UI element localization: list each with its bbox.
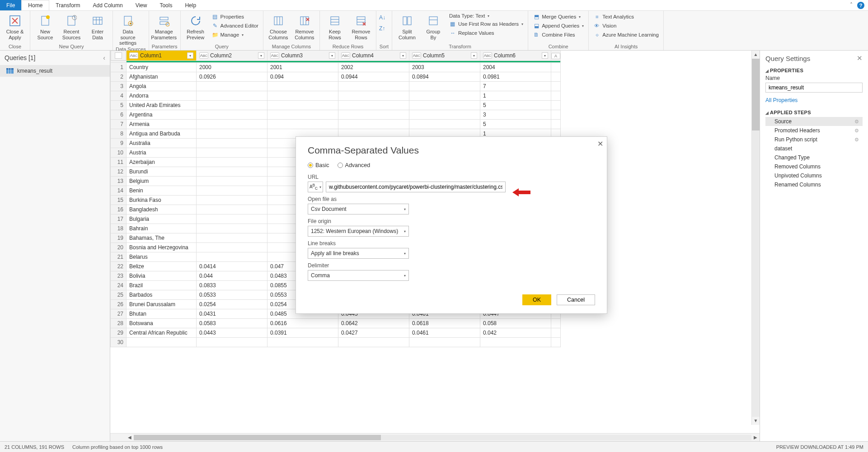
- svg-rect-5: [68, 16, 75, 25]
- recent-sources-button[interactable]: Recent Sources: [59, 12, 84, 40]
- append-queries-button[interactable]: ⬓Append Queries▾: [531, 22, 586, 30]
- column-header[interactable]: ABCColumn1▾: [127, 51, 197, 61]
- type-badge-icon[interactable]: ABC: [483, 52, 492, 59]
- menu-view[interactable]: View: [129, 0, 154, 10]
- scroll-right-button[interactable]: ▶: [751, 435, 760, 440]
- ok-button[interactable]: OK: [522, 294, 551, 305]
- scroll-left-button[interactable]: ◀: [126, 435, 134, 440]
- table-row[interactable]: 29Central African Republic0.04430.03910.…: [111, 328, 561, 338]
- column-filter-dropdown[interactable]: ▾: [187, 52, 193, 59]
- keep-rows-button[interactable]: Keep Rows: [323, 12, 347, 40]
- type-badge-icon[interactable]: ABC: [412, 52, 421, 59]
- column-header[interactable]: ABCColumn4▾: [338, 51, 409, 61]
- menu-file[interactable]: File: [0, 0, 21, 10]
- dialog-close-button[interactable]: ✕: [597, 140, 603, 148]
- url-input[interactable]: [326, 182, 506, 192]
- table-row[interactable]: 28Botswana0.05830.06160.06420.06180.058: [111, 319, 561, 328]
- sort-asc-icon[interactable]: A↓: [379, 14, 389, 24]
- delimiter-select[interactable]: Comma▾: [308, 270, 409, 281]
- remove-rows-button[interactable]: Remove Rows: [349, 12, 373, 40]
- data-type-button[interactable]: Data Type: Text▾: [447, 13, 525, 19]
- step-settings-icon[interactable]: ⚙: [854, 128, 859, 134]
- column-header[interactable]: ABCColumn6▾: [480, 51, 551, 61]
- table-row[interactable]: 6Argentina3: [111, 110, 561, 120]
- step-item[interactable]: dataset: [765, 144, 863, 153]
- ribbon-collapse-caret[interactable]: ˄: [847, 0, 855, 10]
- select-all-corner[interactable]: [115, 52, 122, 59]
- manage-parameters-button[interactable]: Manage Parameters: [152, 12, 176, 40]
- table-row[interactable]: 4Andorra1: [111, 91, 561, 101]
- aml-button[interactable]: ⟐Azure Machine Learning: [591, 31, 661, 39]
- replace-values-button[interactable]: ↔Replace Values: [447, 29, 525, 37]
- close-apply-button[interactable]: Close & Apply: [3, 12, 27, 40]
- table-row[interactable]: 2Afghanistan0.09260.0940.09440.08940.098…: [111, 72, 561, 82]
- first-row-headers-button[interactable]: ▦Use First Row as Headers▾: [447, 20, 525, 28]
- type-badge-icon[interactable]: ABC: [199, 52, 208, 59]
- queries-collapse-button[interactable]: ‹: [103, 54, 105, 61]
- url-type-selector[interactable]: ABC▾: [308, 182, 323, 192]
- column-filter-dropdown[interactable]: ▾: [400, 52, 406, 59]
- scroll-up-button[interactable]: ▲: [752, 51, 760, 59]
- new-source-button[interactable]: New Source: [33, 12, 57, 40]
- step-item[interactable]: Renamed Columns: [765, 180, 863, 189]
- properties-button[interactable]: ▤Properties: [210, 13, 260, 21]
- group-by-button[interactable]: Group By: [421, 12, 446, 40]
- sort-desc-icon[interactable]: Z↑: [379, 25, 389, 35]
- menu-home[interactable]: Home: [21, 0, 49, 10]
- refresh-preview-button[interactable]: Refresh Preview: [183, 12, 208, 40]
- split-column-button[interactable]: Split Column: [395, 12, 419, 40]
- scroll-down-button[interactable]: ▼: [752, 417, 760, 425]
- column-header[interactable]: ABCColumn5▾: [409, 51, 480, 61]
- manage-button[interactable]: 📁Manage▾: [210, 31, 260, 39]
- type-badge-icon[interactable]: ABC: [129, 52, 138, 59]
- column-filter-dropdown[interactable]: ▾: [542, 52, 548, 59]
- combine-files-button[interactable]: 🗎Combine Files: [531, 31, 586, 39]
- column-filter-dropdown[interactable]: ▾: [258, 52, 264, 59]
- column-filter-dropdown[interactable]: ▾: [471, 52, 477, 59]
- horizontal-scrollbar[interactable]: ◀ ▶: [110, 433, 760, 441]
- vision-button[interactable]: 👁Vision: [591, 22, 661, 30]
- menu-tools[interactable]: Tools: [153, 0, 178, 10]
- menu-add-column[interactable]: Add Column: [87, 0, 129, 10]
- settings-close-button[interactable]: ✕: [857, 54, 863, 62]
- table-row[interactable]: 5United Arab Emirates5: [111, 101, 561, 110]
- data-source-settings-button[interactable]: Data source settings: [116, 12, 140, 46]
- type-badge-icon[interactable]: ABC: [341, 52, 350, 59]
- step-settings-icon[interactable]: ⚙: [854, 137, 859, 143]
- column-filter-dropdown[interactable]: ▾: [329, 52, 335, 59]
- step-item[interactable]: Source⚙: [765, 117, 863, 126]
- enter-data-button[interactable]: Enter Data: [85, 12, 110, 40]
- type-badge-icon[interactable]: ABC: [270, 52, 279, 59]
- step-item[interactable]: Changed Type: [765, 153, 863, 162]
- open-as-select[interactable]: Csv Document▾: [308, 204, 409, 214]
- radio-advanced[interactable]: Advanced: [338, 162, 371, 168]
- column-header[interactable]: ABCColumn2▾: [197, 51, 267, 61]
- cancel-button[interactable]: Cancel: [557, 294, 595, 305]
- table-row[interactable]: 7Armenia5: [111, 120, 561, 129]
- file-origin-select[interactable]: 1252: Western European (Windows)▾: [308, 226, 409, 237]
- query-name-input[interactable]: [765, 83, 863, 93]
- choose-columns-button[interactable]: Choose Columns: [266, 12, 291, 40]
- step-item[interactable]: Removed Columns: [765, 162, 863, 171]
- table-row[interactable]: 1Country20002001200220032004: [111, 63, 561, 72]
- radio-basic[interactable]: Basic: [308, 162, 329, 168]
- vertical-scrollbar[interactable]: ▲ ▼: [751, 51, 760, 425]
- menu-transform[interactable]: Transform: [49, 0, 86, 10]
- table-row[interactable]: 3Angola7: [111, 82, 561, 91]
- remove-columns-button[interactable]: Remove Columns: [292, 12, 317, 40]
- menu-help[interactable]: Help: [178, 0, 202, 10]
- column-header[interactable]: ABCColumn3▾: [267, 51, 338, 61]
- step-item[interactable]: Unpivoted Columns: [765, 171, 863, 180]
- table-row[interactable]: 30: [111, 338, 561, 347]
- advanced-editor-button[interactable]: ✎Advanced Editor: [210, 22, 260, 30]
- help-icon[interactable]: ?: [857, 2, 864, 9]
- step-item[interactable]: Promoted Headers⚙: [765, 126, 863, 135]
- merge-queries-button[interactable]: ⬒Merge Queries▾: [531, 13, 586, 21]
- status-columns-rows: 21 COLUMNS, 191 ROWS: [5, 444, 64, 450]
- step-item[interactable]: Run Python script⚙: [765, 135, 863, 144]
- query-item-kmeans[interactable]: kmeans_result: [0, 65, 110, 77]
- line-breaks-select[interactable]: Apply all line breaks▾: [308, 248, 409, 259]
- step-settings-icon[interactable]: ⚙: [854, 119, 859, 125]
- text-analytics-button[interactable]: ≡Text Analytics: [591, 13, 661, 21]
- all-properties-link[interactable]: All Properties: [765, 97, 863, 103]
